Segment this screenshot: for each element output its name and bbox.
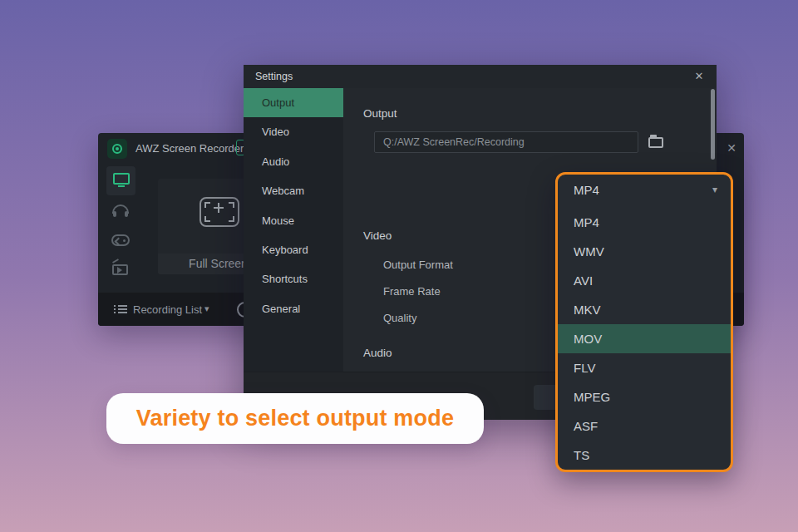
video-output-format-label: Output Format (383, 259, 453, 271)
screenshot-stage: AWZ Screen Recorder ✕ Full Screen Record… (0, 0, 798, 532)
option-mov[interactable]: MOV (558, 324, 731, 353)
nav-item-mouse[interactable]: Mouse (244, 206, 343, 235)
dropdown-selected-row[interactable]: MP4 ▾ (558, 175, 731, 208)
settings-close-icon[interactable]: ✕ (690, 67, 708, 86)
output-section-heading: Output (363, 107, 397, 120)
option-avi[interactable]: AVI (558, 266, 731, 295)
capture-region-icon (200, 197, 239, 227)
nav-item-keyboard[interactable]: Keyboard (244, 235, 343, 264)
nav-item-webcam[interactable]: Webcam (244, 176, 343, 205)
recorder-window-title: AWZ Screen Recorder (135, 142, 244, 155)
gamepad-icon[interactable] (111, 234, 130, 246)
video-quality-label: Quality (383, 312, 416, 324)
app-logo-icon (107, 139, 127, 159)
recorder-close-icon[interactable]: ✕ (722, 139, 741, 157)
option-mp4[interactable]: MP4 (558, 208, 731, 237)
settings-window-title: Settings (255, 71, 293, 82)
monitor-icon (113, 173, 130, 185)
dropdown-options-list: MP4 WMV AVI MKV MOV FLV MPEG ASF TS (558, 208, 731, 470)
option-wmv[interactable]: WMV (558, 237, 731, 266)
output-format-dropdown: MP4 ▾ MP4 WMV AVI MKV MOV FLV MPEG ASF T… (555, 172, 733, 472)
caption-pill: Variety to select output mode (106, 393, 484, 444)
nav-item-general[interactable]: General (244, 294, 343, 323)
scrollbar-thumb[interactable] (711, 89, 715, 160)
video-frame-rate-label: Frame Rate (383, 285, 441, 298)
recording-list-button[interactable]: Recording List (133, 303, 202, 316)
option-flv[interactable]: FLV (558, 353, 731, 382)
option-mpeg[interactable]: MPEG (558, 382, 731, 411)
list-icon (114, 305, 127, 315)
tv-icon[interactable] (112, 264, 128, 275)
folder-browse-icon[interactable] (648, 137, 663, 148)
nav-item-output[interactable]: Output (244, 88, 343, 117)
settings-nav: Output Video Audio Webcam Mouse Keyboard… (244, 88, 343, 420)
option-asf[interactable]: ASF (558, 411, 731, 441)
nav-item-audio[interactable]: Audio (244, 147, 343, 176)
output-path-input[interactable] (374, 131, 638, 153)
video-section-heading: Video (363, 229, 392, 242)
settings-titlebar: Settings ✕ (244, 65, 717, 88)
option-ts[interactable]: TS (558, 441, 731, 470)
chevron-down-icon: ▾ (712, 184, 717, 195)
headphones-icon[interactable] (112, 204, 129, 214)
dropdown-selected-value: MP4 (574, 183, 599, 197)
nav-item-video[interactable]: Video (244, 117, 343, 146)
nav-item-shortcuts[interactable]: Shortcuts (244, 264, 343, 293)
sidebar-item-screen-active[interactable] (106, 166, 135, 195)
audio-section-heading: Audio (363, 347, 392, 359)
caption-text: Variety to select output mode (136, 406, 454, 431)
chevron-down-icon[interactable]: ▾ (204, 303, 209, 314)
option-mkv[interactable]: MKV (558, 295, 731, 324)
